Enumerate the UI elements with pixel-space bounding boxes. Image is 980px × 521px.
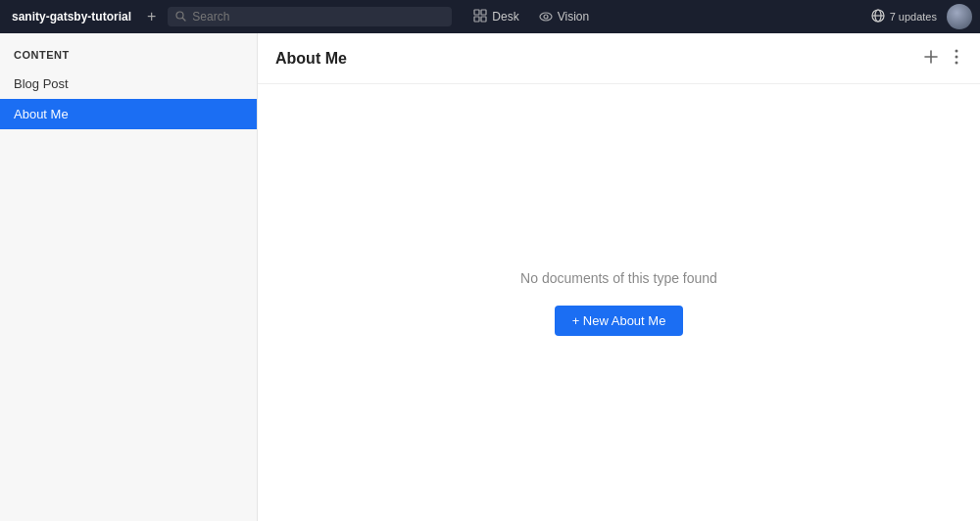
sidebar: Content Blog Post About Me xyxy=(0,33,258,521)
tab-desk[interactable]: Desk xyxy=(464,5,528,29)
svg-point-0 xyxy=(176,12,183,19)
tab-vision[interactable]: Vision xyxy=(529,6,599,28)
navbar: sanity-gatsby-tutorial + Desk xyxy=(0,0,980,33)
add-workspace-button[interactable]: + xyxy=(143,7,160,26)
tab-desk-label: Desk xyxy=(492,10,518,24)
new-about-me-label: + New About Me xyxy=(572,313,666,328)
svg-point-13 xyxy=(956,50,958,53)
sidebar-item-about-me[interactable]: About Me xyxy=(0,99,257,129)
svg-point-15 xyxy=(956,62,958,65)
avatar[interactable] xyxy=(947,4,972,29)
svg-rect-2 xyxy=(474,10,479,15)
brand-title: sanity-gatsby-tutorial xyxy=(8,10,135,24)
page-title: About Me xyxy=(275,50,347,68)
svg-point-14 xyxy=(956,56,958,59)
more-options-button[interactable] xyxy=(951,47,962,70)
new-about-me-button[interactable]: + New About Me xyxy=(555,306,684,336)
content-header: About Me xyxy=(258,33,980,84)
svg-rect-4 xyxy=(474,17,479,22)
empty-state-message: No documents of this type found xyxy=(520,270,717,286)
globe-icon xyxy=(871,9,885,25)
search-bar xyxy=(168,7,452,26)
updates-label: 7 updates xyxy=(890,11,937,23)
nav-tabs: Desk Vision xyxy=(464,5,599,29)
updates-button[interactable]: 7 updates xyxy=(871,9,937,25)
search-input[interactable] xyxy=(192,10,444,24)
sidebar-section-title: Content xyxy=(0,49,257,69)
tab-vision-label: Vision xyxy=(558,10,589,24)
svg-point-7 xyxy=(544,15,548,19)
svg-rect-5 xyxy=(481,17,486,22)
header-actions xyxy=(919,47,962,70)
desk-icon xyxy=(473,9,487,25)
navbar-right: 7 updates xyxy=(871,4,972,29)
svg-line-1 xyxy=(183,18,186,21)
add-document-button[interactable] xyxy=(919,47,943,70)
sidebar-item-about-me-label: About Me xyxy=(14,107,69,121)
sidebar-item-blog-post-label: Blog Post xyxy=(14,76,69,91)
svg-point-6 xyxy=(540,13,552,21)
search-icon xyxy=(175,11,186,24)
main-layout: Content Blog Post About Me About Me xyxy=(0,33,980,521)
vision-icon xyxy=(539,10,553,24)
svg-rect-3 xyxy=(481,10,486,15)
sidebar-item-blog-post[interactable]: Blog Post xyxy=(0,69,257,99)
empty-state: No documents of this type found + New Ab… xyxy=(258,84,980,521)
content-area: About Me No documents of xyxy=(258,33,980,521)
